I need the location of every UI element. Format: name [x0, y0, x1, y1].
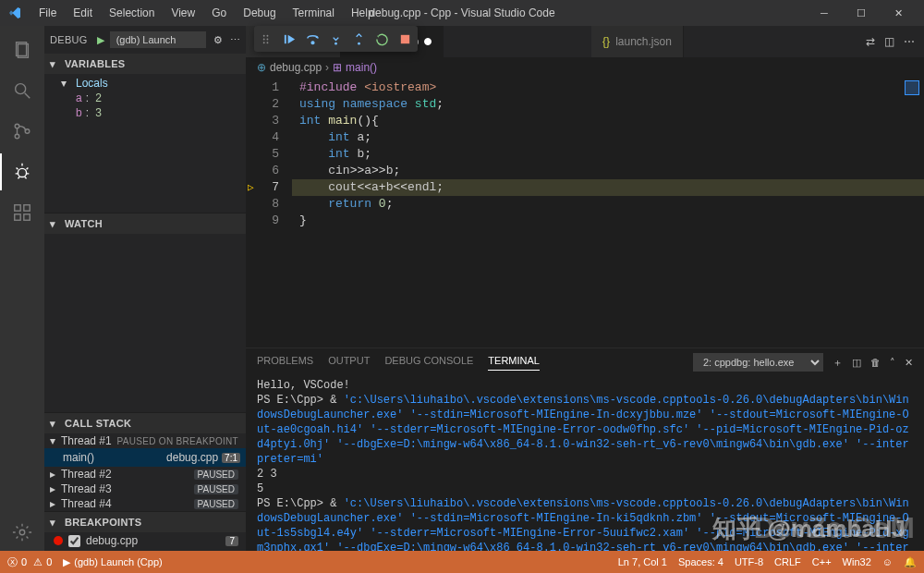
settings-gear-icon[interactable] [0, 514, 44, 551]
breakpoint-checkbox[interactable] [68, 535, 80, 547]
panel-tab-output[interactable]: OUTPUT [328, 355, 370, 370]
variables-scope-locals[interactable]: ▾Locals [55, 76, 246, 91]
status-mode[interactable]: Win32 [843, 556, 871, 567]
debug-config-gear-icon[interactable]: ⚙ [213, 34, 223, 46]
debug-config-header: DEBUG ▶ (gdb) Launch ⚙ ⋯ [44, 26, 246, 54]
variable-row[interactable]: b: 3 [55, 105, 246, 120]
breadcrumb-symbol[interactable]: main() [346, 61, 377, 74]
menu-selection[interactable]: Selection [102, 4, 162, 22]
status-notifications-icon[interactable]: 🔔 [904, 556, 917, 568]
compare-changes-icon[interactable]: ⇄ [866, 35, 875, 48]
step-over-button[interactable] [306, 32, 320, 46]
callstack-section-header[interactable]: ▾CALL STACK [44, 413, 246, 433]
source-control-icon[interactable] [0, 113, 44, 150]
menu-debug[interactable]: Debug [236, 4, 283, 22]
thread-row[interactable]: ▸Thread #2PAUSED [44, 467, 246, 482]
panel-tab-problems[interactable]: PROBLEMS [257, 355, 313, 370]
step-out-button[interactable] [352, 32, 366, 46]
panel-tab-debug-console[interactable]: DEBUG CONSOLE [384, 355, 473, 370]
terminal-select[interactable]: 2: cppdbg: hello.exe [693, 353, 823, 372]
stop-button[interactable] [398, 32, 412, 46]
panel-tabs: PROBLEMS OUTPUT DEBUG CONSOLE TERMINAL 2… [246, 348, 924, 376]
debug-more-icon[interactable]: ⋯ [230, 34, 240, 46]
variables-section-header[interactable]: ▾VARIABLES [44, 54, 246, 74]
debug-title: DEBUG [50, 34, 88, 45]
restart-button[interactable] [375, 32, 389, 46]
maximize-button[interactable]: ☐ [843, 0, 880, 26]
panel-tab-terminal[interactable]: TERMINAL [488, 355, 540, 371]
editor-area: ⊕hello.cpp ⊕debug.cpp {}launch.json ⇄ ◫ … [246, 26, 924, 551]
svg-point-18 [18, 168, 26, 177]
debug-config-select[interactable]: (gdb) Launch [110, 31, 206, 48]
extensions-icon[interactable] [0, 194, 44, 231]
tab-launch-json[interactable]: {}launch.json [591, 26, 684, 57]
close-panel-button[interactable]: ✕ [905, 357, 913, 369]
vscode-logo-icon [7, 6, 22, 20]
menu-go[interactable]: Go [204, 4, 234, 22]
breakpoint-dot-icon [54, 536, 63, 545]
continue-button[interactable] [283, 32, 297, 46]
frame-loc: 7:1 [222, 453, 240, 463]
explorer-icon[interactable] [0, 31, 44, 68]
svg-rect-10 [401, 34, 409, 43]
menu-terminal[interactable]: Terminal [286, 4, 342, 22]
minimize-button[interactable]: ─ [806, 0, 843, 26]
frame-file: debug.cpp [166, 451, 218, 464]
debug-activity-icon[interactable] [0, 153, 44, 190]
start-debug-button[interactable]: ▶ [97, 34, 104, 46]
svg-rect-19 [15, 205, 20, 211]
thread-row[interactable]: ▸Thread #4PAUSED [44, 496, 246, 511]
watch-section-header[interactable]: ▾WATCH [44, 213, 246, 234]
status-indent[interactable]: Spaces: 4 [678, 556, 723, 567]
debug-sidebar: DEBUG ▶ (gdb) Launch ⚙ ⋯ ▾VARIABLES ▾Loc… [44, 26, 246, 551]
svg-point-13 [16, 84, 26, 94]
status-feedback-icon[interactable]: ☺ [882, 556, 893, 567]
menu-file[interactable]: File [31, 4, 64, 22]
status-errors[interactable]: ⓧ 0 ⚠ 0 [7, 555, 52, 569]
more-actions-icon[interactable]: ⋯ [904, 35, 915, 48]
step-into-button[interactable] [329, 32, 343, 46]
svg-point-23 [19, 530, 25, 535]
code-editor[interactable]: 1 2 3 4 5 6 ▷7 8 9 #include <iostream> u… [246, 78, 924, 347]
maximize-panel-button[interactable]: ˄ [890, 357, 895, 369]
thread-row[interactable]: ▸Thread #3PAUSED [44, 482, 246, 496]
svg-point-8 [334, 42, 337, 44]
terminal-body[interactable]: Hello, VSCode!PS E:\Cpp> & 'c:\Users\liu… [246, 376, 924, 551]
kill-terminal-button[interactable]: 🗑 [870, 357, 881, 368]
search-icon[interactable] [0, 72, 44, 109]
thread-row[interactable]: ▾Thread #1PAUSED ON BREAKPOINT [44, 433, 246, 448]
status-language[interactable]: C++ [812, 556, 832, 567]
titlebar: File Edit Selection View Go Debug Termin… [0, 0, 924, 26]
split-editor-icon[interactable]: ◫ [884, 35, 894, 48]
split-terminal-button[interactable]: ◫ [852, 357, 861, 369]
panel: PROBLEMS OUTPUT DEBUG CONSOLE TERMINAL 2… [246, 347, 924, 551]
menu-view[interactable]: View [164, 4, 202, 22]
close-window-button[interactable]: ✕ [880, 0, 917, 26]
status-cursor[interactable]: Ln 7, Col 1 [618, 556, 667, 567]
drag-handle-icon[interactable] [260, 32, 274, 46]
svg-line-14 [25, 93, 30, 99]
stack-frame-row[interactable]: main()debug.cpp7:1 [44, 448, 246, 467]
breadcrumbs[interactable]: ⊕ debug.cpp › ⊞main() [246, 57, 924, 78]
debug-toolbar[interactable] [254, 26, 418, 52]
svg-point-9 [358, 42, 360, 44]
breakpoints-section-header[interactable]: ▾BREAKPOINTS [44, 512, 246, 532]
json-file-icon: {} [602, 35, 610, 48]
svg-point-15 [15, 124, 19, 128]
status-eol[interactable]: CRLF [774, 556, 801, 567]
new-terminal-button[interactable]: ＋ [833, 356, 843, 370]
watch-label: WATCH [65, 218, 103, 229]
breadcrumb-file[interactable]: debug.cpp [270, 61, 322, 74]
breakpoint-row[interactable]: debug.cpp 7 [44, 532, 246, 549]
gutter[interactable]: 1 2 3 4 5 6 ▷7 8 9 [246, 78, 292, 347]
activity-bar [0, 26, 44, 551]
window-title: debug.cpp - Cpp - Visual Studio Code [369, 6, 554, 19]
svg-point-3 [267, 34, 269, 36]
breakpoint-file: debug.cpp [86, 534, 138, 547]
watch-body [44, 234, 246, 412]
menu-edit[interactable]: Edit [66, 4, 100, 22]
status-launch-config[interactable]: ▶ (gdb) Launch (Cpp) [63, 556, 162, 568]
variable-row[interactable]: a: 2 [55, 91, 246, 105]
status-encoding[interactable]: UTF-8 [735, 556, 763, 567]
menu-bar: File Edit Selection View Go Debug Termin… [31, 4, 382, 22]
